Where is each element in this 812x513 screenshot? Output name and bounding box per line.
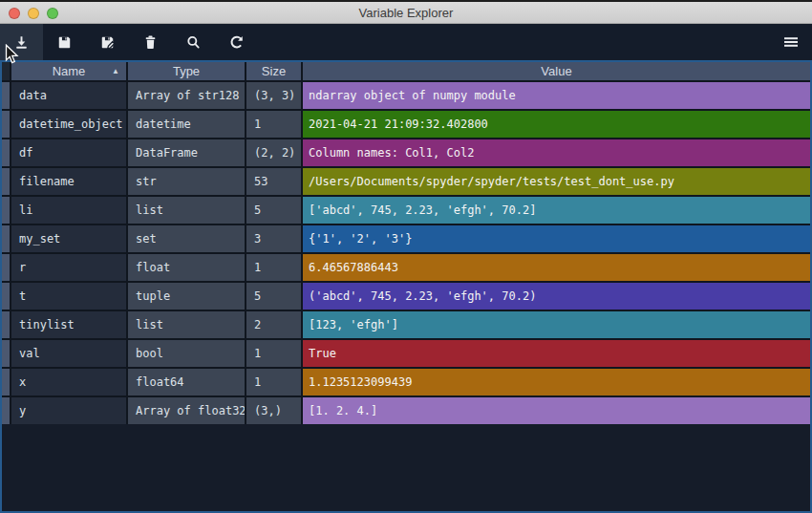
titlebar: Variable Explorer: [0, 0, 812, 24]
type-cell[interactable]: float: [128, 254, 245, 281]
save-data-button[interactable]: [43, 24, 86, 60]
value-cell[interactable]: {'1', '2', '3'}: [303, 225, 810, 252]
row-header[interactable]: [2, 139, 10, 166]
name-cell[interactable]: data: [11, 82, 126, 109]
row-header[interactable]: [2, 197, 10, 224]
name-cell[interactable]: tinylist: [11, 311, 126, 338]
column-header-type[interactable]: Type: [128, 62, 245, 80]
options-menu-button[interactable]: [772, 24, 810, 60]
name-cell[interactable]: r: [11, 254, 126, 281]
row-header[interactable]: [2, 397, 10, 424]
size-cell[interactable]: 53: [246, 168, 301, 195]
toolbar: [0, 24, 812, 60]
type-cell[interactable]: list: [128, 197, 245, 224]
name-cell[interactable]: df: [11, 139, 126, 166]
import-data-button[interactable]: [0, 24, 43, 60]
size-cell[interactable]: 5: [246, 283, 301, 310]
size-cell[interactable]: 1: [246, 369, 301, 395]
size-cell[interactable]: 1: [246, 111, 301, 138]
row-header[interactable]: [2, 254, 10, 281]
row-header[interactable]: [2, 111, 10, 138]
hamburger-icon: [782, 34, 800, 50]
type-cell[interactable]: tuple: [128, 283, 245, 310]
toolbar-spacer: [258, 24, 772, 60]
size-cell[interactable]: 1: [246, 340, 301, 367]
type-cell[interactable]: datetime: [128, 111, 245, 138]
value-cell[interactable]: ['abcd', 745, 2.23, 'efgh', 70.2]: [303, 197, 810, 224]
type-cell[interactable]: Array of float32: [128, 397, 245, 424]
size-cell[interactable]: 1: [246, 254, 301, 281]
table-empty-area: [2, 424, 810, 511]
search-icon: [185, 34, 202, 51]
size-cell[interactable]: 3: [246, 225, 301, 252]
type-cell[interactable]: Array of str128: [128, 82, 245, 109]
type-cell[interactable]: set: [128, 225, 245, 252]
name-cell[interactable]: datetime_object: [11, 111, 126, 138]
row-header[interactable]: [2, 168, 10, 195]
name-cell[interactable]: filename: [11, 168, 126, 195]
value-cell[interactable]: 1.1235123099439: [303, 369, 810, 395]
column-header-size[interactable]: Size: [246, 62, 301, 80]
table-corner-cell[interactable]: [2, 62, 10, 80]
refresh-button[interactable]: [215, 24, 258, 60]
save-data-as-button[interactable]: [86, 24, 129, 60]
name-cell[interactable]: my_set: [11, 225, 126, 252]
value-cell[interactable]: ndarray object of numpy module: [303, 82, 810, 109]
name-cell[interactable]: y: [11, 397, 126, 424]
value-cell[interactable]: 2021-04-21 21:09:32.402800: [303, 111, 810, 138]
table-grid: Name ▲ Type Size Value data Array of str…: [2, 62, 810, 424]
value-cell[interactable]: Column names: Col1, Col2: [303, 139, 810, 166]
row-header[interactable]: [2, 82, 10, 109]
remove-all-variables-button[interactable]: [129, 24, 172, 60]
refresh-icon: [228, 34, 245, 51]
search-button[interactable]: [172, 24, 215, 60]
size-cell[interactable]: (2, 2): [246, 139, 301, 166]
value-cell[interactable]: /Users/Documents/spyder/spyder/tests/tes…: [303, 168, 810, 195]
row-header[interactable]: [2, 311, 10, 338]
value-cell[interactable]: ('abcd', 745, 2.23, 'efgh', 70.2): [303, 283, 810, 310]
row-header[interactable]: [2, 283, 10, 310]
variable-table: Name ▲ Type Size Value data Array of str…: [0, 60, 812, 513]
row-header[interactable]: [2, 369, 10, 395]
import-icon: [13, 34, 30, 51]
variable-explorer-window: Variable Explorer: [0, 0, 812, 513]
row-header[interactable]: [2, 340, 10, 367]
name-cell[interactable]: t: [11, 283, 126, 310]
value-cell[interactable]: [123, 'efgh']: [303, 311, 810, 338]
type-cell[interactable]: float64: [128, 369, 245, 395]
name-cell[interactable]: val: [11, 340, 126, 367]
save-icon: [56, 34, 73, 51]
type-cell[interactable]: list: [128, 311, 245, 338]
value-cell[interactable]: True: [303, 340, 810, 367]
type-cell[interactable]: DataFrame: [128, 139, 245, 166]
size-cell[interactable]: 5: [246, 197, 301, 224]
size-cell[interactable]: (3, 3): [246, 82, 301, 109]
type-cell[interactable]: str: [128, 168, 245, 195]
window-title: Variable Explorer: [0, 2, 812, 24]
size-cell[interactable]: (3,): [246, 397, 301, 424]
size-cell[interactable]: 2: [246, 311, 301, 338]
value-cell[interactable]: [1. 2. 4.]: [303, 397, 810, 424]
name-cell[interactable]: li: [11, 197, 126, 224]
save-as-icon: [99, 34, 116, 51]
value-cell[interactable]: 6.46567886443: [303, 254, 810, 281]
trash-icon: [142, 34, 159, 51]
sort-asc-icon: ▲: [112, 62, 119, 80]
row-header[interactable]: [2, 225, 10, 252]
column-header-name[interactable]: Name ▲: [11, 62, 126, 80]
type-cell[interactable]: bool: [128, 340, 245, 367]
name-cell[interactable]: x: [11, 369, 126, 395]
column-header-value[interactable]: Value: [303, 62, 810, 80]
